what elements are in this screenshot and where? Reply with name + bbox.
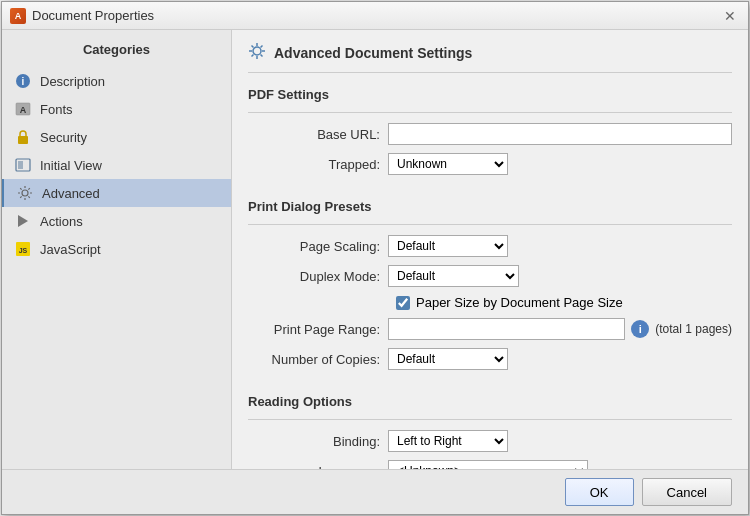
panel-title: Advanced Document Settings (274, 45, 472, 61)
security-label: Security (40, 130, 87, 145)
sidebar-item-javascript[interactable]: JS JavaScript (2, 235, 231, 263)
dialog-body: Categories i Description A Fonts Securit… (2, 30, 748, 469)
panel-title-bar: Advanced Document Settings (248, 42, 732, 73)
sidebar-item-actions[interactable]: Actions (2, 207, 231, 235)
main-panel: Advanced Document Settings PDF Settings … (232, 30, 748, 469)
sidebar-item-advanced[interactable]: Advanced (2, 179, 231, 207)
svg-rect-6 (18, 161, 23, 169)
base-url-input[interactable] (388, 123, 732, 145)
base-url-control (388, 123, 732, 145)
num-copies-row: Number of Copies: Default 1 2 3 (248, 348, 732, 370)
reading-options-section: Reading Options Binding: Left to Right R… (248, 394, 732, 469)
ok-button[interactable]: OK (565, 478, 634, 506)
trapped-control: Unknown True False (388, 153, 732, 175)
page-scaling-select[interactable]: Default None Fit Page (388, 235, 508, 257)
dialog-title: Document Properties (32, 8, 154, 23)
num-copies-select[interactable]: Default 1 2 3 (388, 348, 508, 370)
print-range-row: i (total 1 pages) (388, 318, 732, 340)
binding-label: Binding: (248, 434, 388, 449)
paper-size-checkbox[interactable] (396, 296, 410, 310)
sidebar-item-fonts[interactable]: A Fonts (2, 95, 231, 123)
panel-title-icon (248, 42, 266, 64)
dialog-icon: A (10, 8, 26, 24)
base-url-row: Base URL: (248, 123, 732, 145)
svg-text:i: i (22, 76, 25, 87)
title-bar-left: A Document Properties (10, 8, 154, 24)
advanced-label: Advanced (42, 186, 100, 201)
close-button[interactable]: ✕ (720, 6, 740, 26)
svg-marker-8 (18, 215, 28, 227)
trapped-label: Trapped: (248, 157, 388, 172)
binding-row: Binding: Left to Right Right to Left (248, 430, 732, 452)
description-icon: i (14, 72, 32, 90)
print-dialog-separator (248, 224, 732, 225)
sidebar-title: Categories (2, 38, 231, 67)
page-scaling-control: Default None Fit Page (388, 235, 732, 257)
trapped-row: Trapped: Unknown True False (248, 153, 732, 175)
security-icon (14, 128, 32, 146)
info-icon[interactable]: i (631, 320, 649, 338)
duplex-mode-select[interactable]: Default Simplex Duplex Short Edge Duplex… (388, 265, 519, 287)
actions-label: Actions (40, 214, 83, 229)
print-dialog-label: Print Dialog Presets (248, 199, 732, 214)
reading-options-label: Reading Options (248, 394, 732, 409)
svg-text:JS: JS (19, 247, 28, 254)
paper-size-row: Paper Size by Document Page Size (396, 295, 732, 310)
description-label: Description (40, 74, 105, 89)
sidebar-item-initialview[interactable]: Initial View (2, 151, 231, 179)
base-url-label: Base URL: (248, 127, 388, 142)
duplex-mode-label: Duplex Mode: (248, 269, 388, 284)
language-select[interactable]: <Unknown> (388, 460, 588, 469)
dialog-footer: OK Cancel (2, 469, 748, 514)
initialview-icon (14, 156, 32, 174)
print-page-range-control: i (total 1 pages) (388, 318, 732, 340)
page-scaling-row: Page Scaling: Default None Fit Page (248, 235, 732, 257)
print-page-range-row: Print Page Range: i (total 1 pages) (248, 318, 732, 340)
duplex-mode-row: Duplex Mode: Default Simplex Duplex Shor… (248, 265, 732, 287)
sidebar-item-security[interactable]: Security (2, 123, 231, 151)
page-scaling-label: Page Scaling: (248, 239, 388, 254)
num-copies-control: Default 1 2 3 (388, 348, 732, 370)
javascript-icon: JS (14, 240, 32, 258)
total-pages: (total 1 pages) (655, 322, 732, 336)
reading-options-separator (248, 419, 732, 420)
trapped-select[interactable]: Unknown True False (388, 153, 508, 175)
title-bar: A Document Properties ✕ (2, 2, 748, 30)
print-page-range-label: Print Page Range: (248, 322, 388, 337)
language-control: <Unknown> (388, 460, 732, 469)
fonts-icon: A (14, 100, 32, 118)
print-dialog-section: Print Dialog Presets Page Scaling: Defau… (248, 199, 732, 378)
print-range-input[interactable] (388, 318, 625, 340)
actions-icon (14, 212, 32, 230)
initialview-label: Initial View (40, 158, 102, 173)
binding-control: Left to Right Right to Left (388, 430, 732, 452)
sidebar: Categories i Description A Fonts Securit… (2, 30, 232, 469)
svg-rect-4 (18, 136, 28, 144)
sidebar-item-description[interactable]: i Description (2, 67, 231, 95)
fonts-label: Fonts (40, 102, 73, 117)
cancel-button[interactable]: Cancel (642, 478, 732, 506)
advanced-icon (16, 184, 34, 202)
paper-size-label: Paper Size by Document Page Size (416, 295, 623, 310)
pdf-settings-label: PDF Settings (248, 87, 732, 102)
svg-text:A: A (20, 105, 27, 115)
document-properties-dialog: A Document Properties ✕ Categories i Des… (1, 1, 749, 515)
pdf-settings-section: PDF Settings Base URL: Trapped: Unknown … (248, 87, 732, 183)
binding-select[interactable]: Left to Right Right to Left (388, 430, 508, 452)
language-row: Language: <Unknown> (248, 460, 732, 469)
num-copies-label: Number of Copies: (248, 352, 388, 367)
svg-point-11 (253, 47, 261, 55)
duplex-mode-control: Default Simplex Duplex Short Edge Duplex… (388, 265, 732, 287)
pdf-settings-separator (248, 112, 732, 113)
javascript-label: JavaScript (40, 242, 101, 257)
svg-point-7 (22, 190, 28, 196)
